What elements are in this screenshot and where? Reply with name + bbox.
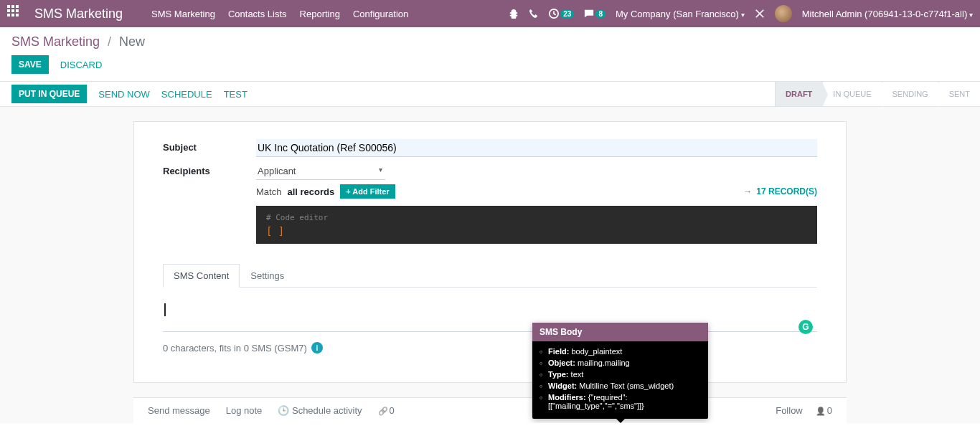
- match-text: Match: [256, 186, 281, 197]
- chat-icon[interactable]: 8: [584, 9, 606, 19]
- recipients-select[interactable]: Applicant: [256, 163, 385, 180]
- apps-icon[interactable]: [7, 5, 24, 22]
- clock-badge: 23: [560, 10, 574, 18]
- grammarly-icon[interactable]: G: [798, 320, 813, 334]
- text-caret: [164, 303, 166, 316]
- put-in-queue-button[interactable]: Put in Queue: [11, 85, 87, 103]
- menu-reporting[interactable]: Reporting: [300, 9, 340, 19]
- follow-button[interactable]: Follow: [776, 405, 803, 416]
- subject-input[interactable]: [256, 139, 817, 157]
- status-sending[interactable]: Sending: [882, 82, 938, 106]
- info-icon[interactable]: i: [311, 342, 323, 354]
- form-sheet: Subject Recipients Applicant Match all r…: [133, 121, 847, 383]
- breadcrumb-root[interactable]: SMS Marketing: [11, 34, 100, 49]
- save-button[interactable]: Save: [11, 55, 49, 74]
- tab-sms-content[interactable]: SMS Content: [163, 264, 240, 288]
- chatter: Send message Log note 🕒 Schedule activit…: [133, 397, 847, 423]
- domain-code-editor[interactable]: # Code editor [ ]: [256, 206, 817, 244]
- log-note-link[interactable]: Log note: [226, 405, 263, 416]
- close-icon[interactable]: [755, 9, 765, 19]
- chat-badge: 8: [595, 10, 606, 18]
- company-selector[interactable]: My Company (San Francisco): [616, 9, 745, 19]
- tooltip-title: SMS Body: [532, 323, 708, 341]
- breadcrumb: SMS Marketing / New: [0, 27, 980, 49]
- phone-icon[interactable]: [529, 9, 539, 19]
- follower-count[interactable]: 0: [816, 405, 832, 416]
- schedule-button[interactable]: Schedule: [161, 89, 212, 100]
- status-steps: Draft In Queue Sending Sent: [775, 82, 980, 106]
- send-message-link[interactable]: Send message: [148, 405, 210, 416]
- sms-counter: 0 characters, fits in 0 SMS (GSM7) i: [163, 342, 817, 354]
- arrow-right-icon: →: [743, 186, 752, 196]
- tab-settings[interactable]: Settings: [240, 264, 295, 287]
- main-menu: SMS Marketing Contacts Lists Reporting C…: [151, 9, 408, 19]
- avatar[interactable]: [775, 5, 792, 22]
- user-menu[interactable]: Mitchell Admin (706941-13-0-c774f1-all): [802, 9, 973, 19]
- records-link[interactable]: → 17 RECORD(S): [743, 186, 817, 196]
- control-row: Save Discard: [0, 49, 980, 81]
- menu-configuration[interactable]: Configuration: [353, 9, 408, 19]
- sms-body-input[interactable]: G: [163, 296, 817, 332]
- status-sent[interactable]: Sent: [938, 82, 980, 106]
- clock-small-icon: 🕒: [278, 405, 289, 416]
- clock-icon[interactable]: 23: [549, 9, 574, 19]
- status-draft[interactable]: Draft: [775, 82, 822, 106]
- top-nav: SMS Marketing SMS Marketing Contacts Lis…: [0, 0, 980, 27]
- recipients-label: Recipients: [163, 163, 256, 176]
- subject-label: Subject: [163, 139, 256, 153]
- tabs: SMS Content Settings: [163, 264, 817, 288]
- menu-contacts-lists[interactable]: Contacts Lists: [228, 9, 287, 19]
- statusbar-row: Put in Queue Send Now Schedule Test Draf…: [0, 81, 980, 107]
- send-now-button[interactable]: Send Now: [98, 89, 150, 100]
- add-filter-button[interactable]: Add Filter: [340, 184, 395, 199]
- debug-icon[interactable]: [509, 9, 519, 19]
- breadcrumb-current: New: [119, 34, 145, 49]
- discard-button[interactable]: Discard: [60, 60, 103, 70]
- match-bold: all records: [287, 186, 334, 197]
- field-tooltip: SMS Body Field: body_plaintext Object: m…: [532, 323, 708, 419]
- status-in-queue[interactable]: In Queue: [822, 82, 881, 106]
- app-brand[interactable]: SMS Marketing: [34, 6, 123, 22]
- attachment-count[interactable]: 0: [378, 405, 395, 416]
- test-button[interactable]: Test: [224, 89, 248, 100]
- menu-sms-marketing[interactable]: SMS Marketing: [151, 9, 215, 19]
- schedule-activity-link[interactable]: 🕒 Schedule activity: [278, 405, 362, 416]
